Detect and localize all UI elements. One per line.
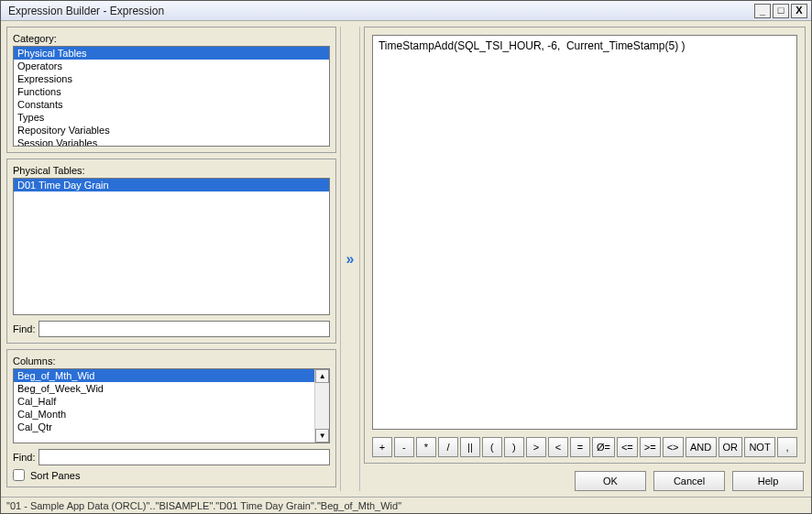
operator-button[interactable]: ||	[460, 437, 480, 457]
operator-button[interactable]: ,	[777, 437, 797, 457]
columns-listbox[interactable]: Beg_of_Mth_WidBeg_of_Week_WidCal_HalfCal…	[13, 368, 330, 443]
insert-arrow-icon[interactable]: »	[346, 251, 355, 268]
operator-button[interactable]: (	[482, 437, 502, 457]
operator-button[interactable]: )	[504, 437, 524, 457]
status-bar: "01 - Sample App Data (ORCL)".."BISAMPLE…	[1, 497, 811, 513]
physical-tables-group: Physical Tables: D01 Time Day Grain Find…	[6, 159, 336, 344]
columns-label: Columns:	[13, 355, 330, 366]
list-item[interactable]: Cal_Half	[14, 395, 314, 408]
operator-button[interactable]: /	[438, 437, 458, 457]
list-item[interactable]: Beg_of_Week_Wid	[14, 382, 314, 395]
category-listbox[interactable]: Physical TablesOperatorsExpressionsFunct…	[13, 46, 330, 147]
list-item[interactable]: Expressions	[14, 72, 329, 85]
category-label: Category:	[13, 33, 330, 44]
list-item[interactable]: D01 Time Day Grain	[14, 179, 329, 191]
right-pane: +-*/||()><=Ø=<=>=<>ANDORNOT, OK Cancel H…	[364, 27, 806, 491]
list-item[interactable]: Physical Tables	[14, 47, 329, 60]
operator-button[interactable]: AND	[686, 437, 717, 457]
physical-tables-label: Physical Tables:	[13, 165, 330, 176]
operator-button[interactable]: <>	[663, 437, 684, 457]
action-row: OK Cancel Help	[364, 471, 806, 491]
middle-strip: »	[340, 27, 360, 491]
operator-button[interactable]: >	[526, 437, 546, 457]
expression-textarea[interactable]	[372, 35, 797, 430]
list-item[interactable]: Repository Variables	[14, 124, 329, 137]
columns-find-row: Find:	[13, 449, 330, 465]
scroll-up-icon[interactable]: ▲	[315, 369, 329, 383]
list-item[interactable]: Session Variables	[14, 137, 329, 147]
help-button[interactable]: Help	[732, 471, 804, 491]
window-title: Expression Builder - Expression	[8, 5, 752, 17]
expression-builder-window: Expression Builder - Expression _ □ X Ca…	[0, 0, 812, 514]
category-group: Category: Physical TablesOperatorsExpres…	[6, 27, 336, 153]
operator-button[interactable]: -	[394, 437, 414, 457]
list-item[interactable]: Cal_Month	[14, 408, 314, 421]
scroll-down-icon[interactable]: ▼	[315, 429, 329, 443]
operator-button[interactable]: Ø=	[592, 437, 615, 457]
sort-panes-label[interactable]: Sort Panes	[30, 470, 80, 481]
left-pane: Category: Physical TablesOperatorsExpres…	[6, 27, 336, 491]
list-item[interactable]: Operators	[14, 60, 329, 72]
expression-group: +-*/||()><=Ø=<=>=<>ANDORNOT,	[364, 27, 806, 464]
list-item[interactable]: Constants	[14, 98, 329, 111]
operator-button[interactable]: <=	[617, 437, 638, 457]
physical-find-row: Find:	[13, 321, 330, 337]
operator-button[interactable]: *	[416, 437, 436, 457]
list-item[interactable]: Beg_of_Mth_Wid	[14, 369, 314, 382]
physical-find-label: Find:	[13, 323, 35, 334]
ok-button[interactable]: OK	[575, 471, 646, 491]
list-item[interactable]: Functions	[14, 85, 329, 98]
titlebar: Expression Builder - Expression _ □ X	[1, 1, 811, 21]
list-item[interactable]: Cal_Qtr	[14, 421, 314, 433]
cancel-button[interactable]: Cancel	[653, 471, 725, 491]
operator-button[interactable]: OR	[719, 437, 743, 457]
close-button[interactable]: X	[791, 4, 807, 18]
columns-scrollbar[interactable]: ▲ ▼	[314, 369, 329, 443]
list-item[interactable]: Types	[14, 111, 329, 124]
operator-button[interactable]: +	[372, 437, 392, 457]
physical-find-input[interactable]	[38, 321, 330, 337]
physical-tables-listbox[interactable]: D01 Time Day Grain	[13, 178, 330, 315]
operator-row: +-*/||()><=Ø=<=>=<>ANDORNOT,	[372, 437, 797, 457]
window-body: Category: Physical TablesOperatorsExpres…	[1, 21, 811, 497]
operator-button[interactable]: =	[570, 437, 590, 457]
sort-panes-row: Sort Panes	[13, 469, 330, 481]
columns-group: Columns: Beg_of_Mth_WidBeg_of_Week_WidCa…	[6, 349, 336, 487]
sort-panes-checkbox[interactable]	[13, 469, 25, 481]
columns-find-label: Find:	[13, 452, 35, 463]
operator-button[interactable]: >=	[640, 437, 661, 457]
operator-button[interactable]: NOT	[744, 437, 775, 457]
minimize-button[interactable]: _	[754, 4, 771, 18]
columns-find-input[interactable]	[38, 449, 330, 465]
operator-button[interactable]: <	[548, 437, 568, 457]
maximize-button[interactable]: □	[773, 4, 789, 18]
